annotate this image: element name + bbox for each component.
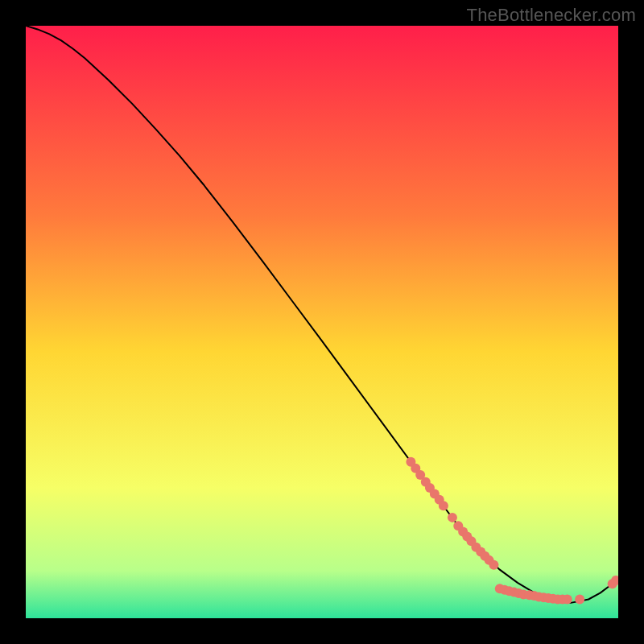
scatter-dot — [439, 501, 448, 510]
gradient-background — [26, 26, 618, 618]
scatter-dot — [575, 594, 584, 604]
chart-stage: TheBottlenecker.com — [0, 0, 644, 644]
scatter-dot — [563, 594, 572, 604]
chart-plot-area — [26, 26, 618, 618]
chart-svg — [26, 26, 618, 618]
scatter-dot — [489, 560, 498, 570]
scatter-dot — [448, 513, 457, 522]
watermark-text: TheBottlenecker.com — [467, 5, 636, 26]
